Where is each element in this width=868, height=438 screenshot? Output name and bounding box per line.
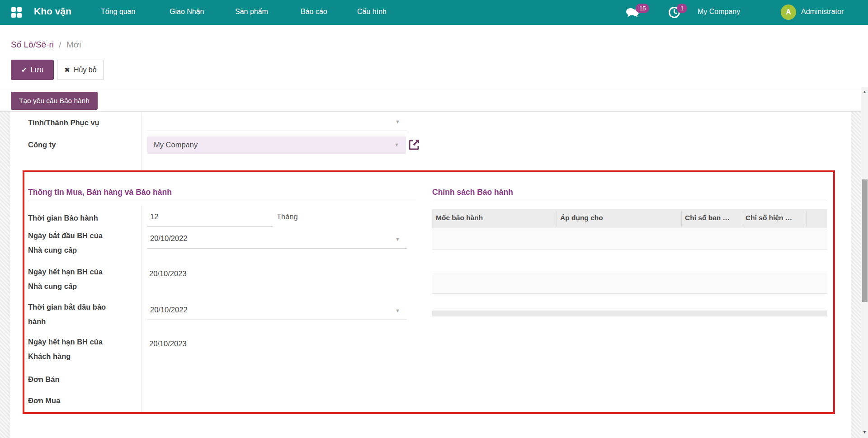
left-group-title: Thông tin Mua, Bán hàng và Bảo hành: [28, 188, 172, 197]
column-header-chi-so-ban-dau[interactable]: Chỉ số ban …: [685, 214, 738, 222]
warranty-duration-input[interactable]: 12: [150, 212, 158, 221]
customer-warranty-end-value: 20/10/2023: [149, 339, 187, 348]
activities-badge[interactable]: 1: [677, 4, 687, 13]
warranty-duration-unit: Tháng: [277, 212, 298, 221]
company-dropdown-caret[interactable]: ▼: [394, 142, 399, 147]
warranty-begin-underline: [147, 320, 407, 320]
warranty-policy-table-header: Mốc bảo hành Áp dụng cho Chỉ số ban … Ch…: [432, 209, 827, 228]
statusbar: Tạo yêu cầu Bảo hành: [0, 87, 861, 112]
save-button[interactable]: ✔ Lưu: [11, 60, 54, 80]
scrollbar-thumb[interactable]: [862, 179, 868, 302]
breadcrumb: Số Lô/Sê-ri / Mới: [11, 40, 81, 50]
field-label-warranty-begin: Thời gian bắt đầu bảo hành: [28, 300, 116, 329]
nav-item-cau-hinh[interactable]: Cấu hình: [357, 8, 387, 16]
field-label-warranty-duration: Thời gian Bảo hành: [28, 211, 116, 225]
apps-menu-icon[interactable]: [11, 7, 22, 18]
check-icon: ✔: [21, 66, 27, 74]
warranty-begin-input[interactable]: 20/10/2022: [150, 306, 188, 314]
close-icon: ✖: [64, 66, 70, 74]
field-label-sale-order: Đơn Bán: [28, 372, 116, 386]
table-row[interactable]: [432, 294, 827, 311]
vendor-warranty-start-underline: [147, 248, 407, 249]
company-field-value: My Company: [154, 141, 198, 149]
discard-button-label: Hủy bỏ: [74, 66, 97, 74]
app-window: Kho vận Tổng quan Giao Nhận Sản phẩm Báo…: [0, 0, 868, 438]
vendor-warranty-start-input[interactable]: 20/10/2022: [150, 234, 188, 243]
field-label-cong-ty: Công ty: [28, 137, 116, 152]
nav-item-giao-nhan[interactable]: Giao Nhận: [170, 8, 204, 16]
breadcrumb-current: Mới: [66, 40, 81, 49]
column-separator: [681, 211, 682, 226]
vendor-warranty-end-value: 20/10/2023: [149, 269, 187, 278]
user-menu[interactable]: Administrator: [801, 8, 844, 16]
warranty-duration-underline: [147, 226, 273, 227]
control-panel: Số Lô/Sê-ri / Mới ✔ Lưu ✖ Hủy bỏ: [0, 25, 868, 87]
field-label-vendor-warranty-end: Ngày hết hạn BH của Nhà cung cấp: [28, 264, 116, 293]
tinh-thanh-dropdown-caret[interactable]: ▼: [395, 119, 400, 124]
top-navbar: Kho vận Tổng quan Giao Nhận Sản phẩm Báo…: [0, 0, 868, 25]
tinh-thanh-field-underline: [147, 131, 407, 131]
user-avatar[interactable]: A: [781, 5, 796, 20]
column-header-ap-dung-cho[interactable]: Áp dụng cho: [560, 214, 678, 222]
sheet-left-edge: [0, 112, 10, 438]
right-group-title: Chính sách Bảo hành: [432, 188, 513, 197]
column-header-chi-so-hien-tai[interactable]: Chỉ số hiện …: [745, 214, 802, 222]
vertical-scrollbar[interactable]: ▲ ▼: [861, 87, 868, 438]
breadcrumb-separator: /: [56, 40, 64, 49]
discard-button[interactable]: ✖ Hủy bỏ: [57, 60, 104, 80]
table-row[interactable]: [432, 228, 827, 250]
vendor-warranty-start-caret[interactable]: ▼: [395, 236, 400, 242]
field-label-tinh-thanh: Tỉnh/Thành Phục vụ: [28, 115, 116, 130]
nav-item-bao-cao[interactable]: Báo cáo: [301, 8, 327, 16]
field-label-purchase-order: Đơn Mua: [28, 393, 116, 408]
messages-badge[interactable]: 15: [636, 4, 649, 13]
nav-item-san-pham[interactable]: Sản phẩm: [235, 8, 268, 16]
column-separator: [742, 211, 742, 226]
company-switcher[interactable]: My Company: [698, 8, 740, 16]
create-warranty-request-button[interactable]: Tạo yêu cầu Bảo hành: [11, 92, 98, 110]
label-column-separator: [142, 113, 142, 170]
company-field[interactable]: My Company: [147, 137, 406, 154]
field-label-vendor-warranty-start: Ngày bắt đầu BH của Nhà cung cấp: [28, 228, 116, 257]
right-group-title-rule: [432, 201, 827, 201]
left-group-title-rule: [28, 201, 416, 201]
field-label-customer-warranty-end: Ngày hết hạn BH của Khách hàng: [28, 334, 116, 363]
warranty-begin-caret[interactable]: ▼: [395, 308, 400, 313]
scroll-up-arrow[interactable]: ▲: [863, 89, 867, 94]
column-header-moc-bao-hanh[interactable]: Mốc bảo hành: [436, 214, 553, 222]
sheet-right-edge: [851, 112, 861, 438]
breadcrumb-parent-link[interactable]: Số Lô/Sê-ri: [11, 40, 54, 49]
scroll-down-arrow[interactable]: ▼: [863, 430, 867, 434]
column-separator: [557, 211, 557, 226]
table-footer-strip: [432, 311, 827, 316]
label-column-separator-2: [142, 206, 142, 412]
table-row[interactable]: [432, 250, 827, 272]
column-separator: [806, 211, 807, 226]
nav-item-tong-quan[interactable]: Tổng quan: [101, 8, 136, 16]
save-button-label: Lưu: [31, 66, 44, 74]
external-link-icon[interactable]: [408, 138, 420, 151]
table-row[interactable]: [432, 272, 827, 294]
app-brand[interactable]: Kho vận: [34, 6, 71, 17]
